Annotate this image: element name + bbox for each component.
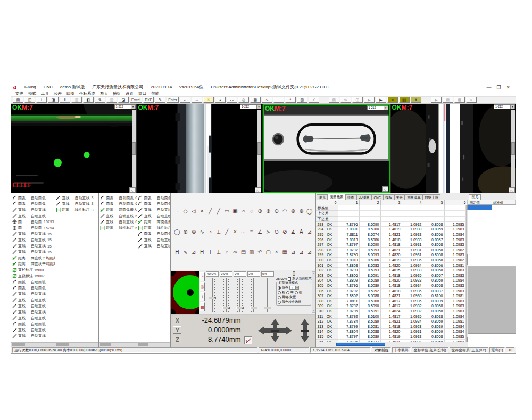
list-item[interactable]: 圆弧自动圆弧55 [137,231,171,237]
camera-range-dropdown[interactable]: 1-212▾ [367,105,388,110]
light-mode-button[interactable]: ▦ [200,302,205,311]
table-row[interactable]: 308OK7.88118.50881.48171.09350.80391.098… [316,299,466,304]
list-item[interactable]: 直线自动直线15 [11,243,55,249]
toolbar-button[interactable]: ◨ [48,97,59,103]
table-row[interactable]: 309OK7.87978.50901.48171.09320.80581.098… [316,303,466,309]
tool-icon[interactable]: ⊥ [215,228,222,235]
list-item[interactable]: 距离线性标注55 [137,225,171,230]
save-radio[interactable] [278,286,281,290]
toolbar-button[interactable]: ⇅ [95,97,105,103]
tool-icon[interactable]: ▥ [248,249,255,256]
tool-icon[interactable]: ⋯ [240,228,247,235]
tool-icon[interactable]: ⊛ [298,208,305,215]
list-horizontal-scrollbar[interactable] [137,342,171,347]
camera-resize-button[interactable]: ◺ [382,186,388,192]
table-row[interactable]: 296OK7.88138.50861.48181.09330.80571.098… [316,237,466,243]
angle-tool-button[interactable] [244,336,252,344]
tolerance-row[interactable]: 上公差 [316,211,466,216]
scrollbar-thumb[interactable] [336,343,385,346]
menu-item[interactable]: 工具 [41,91,49,96]
toolbar-button[interactable]: ◪ [118,97,129,103]
table-vertical-scrollbar[interactable]: ˄ ˅ [466,205,468,342]
camera-resize-button[interactable]: ◺ [129,187,136,193]
slider-track[interactable] [222,278,230,312]
close-button[interactable]: ✕ [506,85,510,90]
camera-range-dropdown[interactable]: 1-212▾ [494,104,515,109]
table-row[interactable]: 302OK7.87998.50931.48151.09330.80581.098… [316,268,466,273]
tool-icon[interactable]: × [273,249,280,256]
tool-icon[interactable]: ◌ [248,208,255,215]
tool-icon[interactable]: ╱ [215,208,222,215]
column-header[interactable]: 3 [381,200,402,205]
tool-icon[interactable]: ◇ [182,208,189,215]
table-row[interactable]: 298OK7.87978.50931.48211.09310.80581.098… [316,248,466,253]
table-row[interactable]: 301OK7.88038.50831.48201.09340.80561.098… [316,263,466,268]
table-tab[interactable]: CNC [372,194,384,200]
toolbar-button[interactable]: ☀ [203,97,214,103]
list-item[interactable]: 距离两圆弧最大距 [137,219,171,225]
light-slider[interactable]: 0.0% [219,270,233,314]
slider-thumb[interactable] [264,307,271,309]
tab-element[interactable]: 图元 [469,194,481,200]
tool-icon[interactable]: ▭ [223,208,230,215]
tool-icon[interactable]: ⊿ [306,228,313,235]
scrollbar-thumb[interactable] [56,343,69,346]
list-item[interactable]: 圆弧自动圆弧 [11,279,55,285]
maximize-button[interactable]: ❐ [496,85,501,90]
tool-icon[interactable]: ╱ [223,228,230,235]
tool-icon[interactable]: ⊥ [215,249,222,256]
list-item[interactable]: 直线自动直线3 [55,195,99,201]
table-row[interactable]: 294OK7.88018.50801.48191.09300.80591.098… [316,227,466,232]
tool-icon[interactable]: ∿ [182,249,189,256]
table-tab[interactable]: 数据上传 [423,194,440,200]
list-item[interactable]: 圆弧自动圆弧66 [99,201,137,207]
toolbar-button[interactable]: ▮▮ [399,97,410,103]
tool-icon[interactable]: ▣ [231,208,238,215]
list-item[interactable]: 直径标注15801 [11,267,55,273]
tool-icon[interactable]: ◁ [190,208,197,215]
column-header[interactable]: 4 [402,200,423,205]
slider-track[interactable] [263,278,272,312]
tolerance-row[interactable]: 下公差 [316,217,466,222]
menu-item[interactable]: 捕捉 [113,91,121,96]
list-item[interactable]: 直线自动直线55 [137,207,171,213]
camera-range-dropdown[interactable]: 1-212▾ [114,104,136,109]
list-horizontal-scrollbar[interactable] [11,342,55,347]
toolbar-button[interactable]: ▥ [106,97,117,103]
list-horizontal-scrollbar[interactable] [99,342,137,347]
list-item[interactable]: 直线自动直线66 [99,219,137,225]
light-slider[interactable]: 40.0% [205,270,219,314]
tool-icon[interactable]: · [173,208,180,215]
list-item[interactable]: 直线自动直线15 [11,237,55,243]
tool-icon[interactable]: ≡ [248,228,255,235]
light-mode-button[interactable]: ◎ [200,282,205,291]
list-item[interactable]: 圆弧自动圆弧66 [99,195,137,201]
menu-item[interactable]: 公差 [54,91,62,96]
scrollbar-thumb[interactable] [12,343,25,346]
toolbar-button[interactable]: DXF [143,97,154,103]
table-row[interactable]: 312OK7.87848.50891.48211.09340.80591.098… [316,319,466,324]
toolbar-button[interactable]: → [192,97,202,103]
list-item[interactable]: 直线自动直线 [11,333,55,339]
list-item[interactable]: 圆弧自动圆弧55 [137,201,171,207]
table-horizontal-scrollbar[interactable] [316,342,468,347]
slider-track[interactable] [236,278,244,312]
scrollbar-thumb[interactable] [467,254,468,265]
toolbar-button[interactable]: ▦ [454,97,465,103]
toolbar-button[interactable]: ▤ [443,97,453,103]
tool-icon[interactable]: ⊿ [190,249,197,256]
menu-item[interactable]: 帮助 [151,91,159,96]
camera-resize-button[interactable]: ◺ [509,187,515,193]
tool-icon[interactable]: ⊛ [190,228,197,235]
toolbar-button[interactable]: ▥ [71,97,82,103]
toolbar-button[interactable]: Ⅱ [60,97,70,103]
tool-icon[interactable]: ⊙ [273,208,280,215]
slider-track[interactable] [250,278,258,312]
toolbar-button[interactable]: Enter [167,97,179,103]
tool-icon[interactable]: ∞ [231,249,238,256]
table-row[interactable]: 300OK7.88108.50861.48191.09350.80581.098… [316,258,466,263]
menu-item[interactable]: 窗口 [138,91,146,96]
table-row[interactable]: 303OK7.88068.50911.48181.09350.80571.098… [316,273,466,278]
tool-icon[interactable]: ↶ [256,249,263,256]
list-item[interactable]: 直线自动直线66 [99,213,137,219]
